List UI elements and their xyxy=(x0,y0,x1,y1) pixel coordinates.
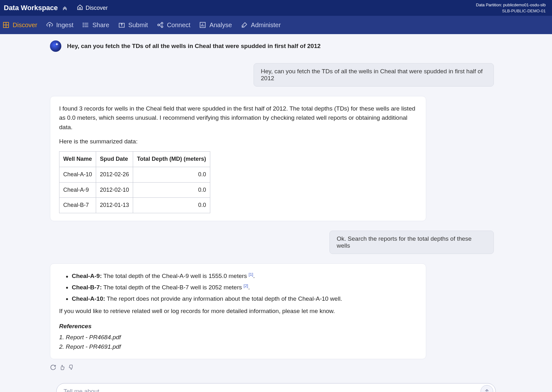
svg-line-16 xyxy=(159,25,161,27)
list-item: Cheal-A-10: The report does not provide … xyxy=(72,294,417,303)
svg-point-14 xyxy=(161,26,163,28)
svg-point-8 xyxy=(83,25,84,25)
col-well-name: Well Name xyxy=(59,151,96,167)
chat-input-bar xyxy=(56,383,496,392)
svg-point-13 xyxy=(161,22,163,24)
feedback-row xyxy=(50,364,502,371)
table-header-row: Well Name Spud Date Total Depth (MD) (me… xyxy=(59,151,210,167)
item-label: Cheal-B-7: xyxy=(72,284,102,291)
closing-text: If you would like to retrieve related we… xyxy=(59,306,417,316)
wells-table: Well Name Spud Date Total Depth (MD) (me… xyxy=(59,151,210,214)
home-label: Discover xyxy=(86,5,108,11)
assistant-1-para-1: I found 3 records for wells in the Cheal… xyxy=(59,104,417,132)
table-row: Cheal-A-9 2012-02-10 0.0 xyxy=(59,182,210,198)
item-label: Cheal-A-9: xyxy=(72,273,102,280)
chevron-up-icon[interactable] xyxy=(62,5,68,11)
cloud-upload-icon xyxy=(46,21,53,28)
conversation-title-row: Hey, can you fetch the TDs of all the we… xyxy=(50,40,502,52)
nav-label: Ingest xyxy=(56,21,73,29)
reference-item: 2. Report - PR4691.pdf xyxy=(59,342,417,351)
col-total-depth: Total Depth (MD) (meters) xyxy=(133,151,210,167)
item-text: The total depth of the Cheal-A-9 well is… xyxy=(102,273,248,280)
assistant-message-1: I found 3 records for wells in the Cheal… xyxy=(50,96,426,221)
cell-td: 0.0 xyxy=(133,182,210,198)
connect-icon xyxy=(157,21,164,28)
nav-item-analyse[interactable]: Analyse xyxy=(199,21,232,29)
app-header: Data Workspace Discover Data Partition: … xyxy=(0,0,552,16)
nav-label: Submit xyxy=(128,21,148,29)
submit-icon xyxy=(118,21,125,28)
partition-line-1: Data Partition: publicdemo01-osdu-slb xyxy=(476,2,546,8)
citation-link[interactable]: [2] xyxy=(244,283,248,288)
item-label: Cheal-A-10: xyxy=(72,295,105,302)
svg-point-9 xyxy=(83,27,84,27)
item-text: The report does not provide any informat… xyxy=(105,295,342,302)
nav-item-share[interactable]: Share xyxy=(82,21,109,29)
nav-item-connect[interactable]: Connect xyxy=(157,21,191,29)
user-message-2: Ok. Search the reports for the total dep… xyxy=(329,231,494,254)
partition-info: Data Partition: publicdemo01-osdu-slb SL… xyxy=(476,2,548,14)
reference-item: 1. Report - PR4684.pdf xyxy=(59,333,417,342)
cell-td: 0.0 xyxy=(133,198,210,213)
cell-well: Cheal-B-7 xyxy=(59,198,96,213)
chart-icon xyxy=(199,21,206,28)
cell-well: Cheal-A-10 xyxy=(59,167,96,182)
partition-line-2: SLB-PUBLIC-DEMO-01 xyxy=(476,8,546,14)
nav-item-discover[interactable]: Discover xyxy=(3,21,37,29)
assistant-message-2: Cheal-A-9: The total depth of the Cheal-… xyxy=(50,263,426,359)
cell-well: Cheal-A-9 xyxy=(59,182,96,198)
grid-icon xyxy=(3,21,9,28)
nav-bar: Discover Ingest Share Submit Connect Ana… xyxy=(0,16,552,34)
chat-area: Hey, can you fetch the TDs of all the we… xyxy=(0,34,552,392)
nav-item-administer[interactable]: Administer xyxy=(241,21,281,29)
cell-spud: 2012-01-13 xyxy=(96,198,133,213)
thumbs-up-button[interactable] xyxy=(59,365,65,370)
table-row: Cheal-A-10 2012-02-26 0.0 xyxy=(59,167,210,182)
col-spud-date: Spud Date xyxy=(96,151,133,167)
cell-td: 0.0 xyxy=(133,167,210,182)
nav-label: Share xyxy=(92,21,109,29)
nav-label: Analyse xyxy=(209,21,232,29)
svg-point-12 xyxy=(158,24,160,26)
brand-block: Data Workspace xyxy=(4,4,68,12)
nav-item-ingest[interactable]: Ingest xyxy=(46,21,73,29)
home-icon xyxy=(77,4,83,12)
list-item: Cheal-A-9: The total depth of the Cheal-… xyxy=(72,271,417,281)
assistant-1-para-2: Here is the summarized data: xyxy=(59,137,417,146)
user-message-1: Hey, can you fetch the TDs of all the we… xyxy=(254,63,494,87)
list-icon xyxy=(82,21,89,28)
cell-spud: 2012-02-26 xyxy=(96,167,133,182)
conversation-title: Hey, can you fetch the TDs of all the we… xyxy=(67,43,321,50)
item-text: The total depth of the Cheal-B-7 well is… xyxy=(102,284,244,291)
citation-link[interactable]: [1] xyxy=(248,272,253,277)
svg-line-15 xyxy=(159,23,161,25)
depth-results-list: Cheal-A-9: The total depth of the Cheal-… xyxy=(72,271,417,303)
nav-label: Connect xyxy=(167,21,191,29)
home-link[interactable]: Discover xyxy=(77,4,108,12)
nav-item-submit[interactable]: Submit xyxy=(118,21,148,29)
table-row: Cheal-B-7 2012-01-13 0.0 xyxy=(59,198,210,213)
brand-title: Data Workspace xyxy=(4,4,58,12)
svg-point-7 xyxy=(83,23,84,24)
nav-label: Discover xyxy=(13,21,37,29)
cell-spud: 2012-02-10 xyxy=(96,182,133,198)
chat-input[interactable] xyxy=(56,383,496,392)
references-heading: References xyxy=(59,322,417,331)
thumbs-down-button[interactable] xyxy=(68,365,74,370)
list-item: Cheal-B-7: The total depth of the Cheal-… xyxy=(72,283,417,292)
regenerate-button[interactable] xyxy=(50,364,56,371)
ai-avatar-icon xyxy=(50,40,61,52)
tools-icon xyxy=(241,21,248,28)
nav-label: Administer xyxy=(251,21,281,29)
